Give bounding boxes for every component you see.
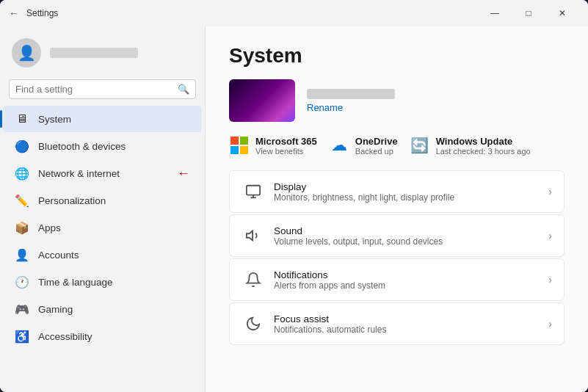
svg-rect-0 [231,137,239,145]
sidebar-label-bluetooth: Bluetooth & devices [38,141,126,152]
profile-info: Rename [307,89,395,113]
minimize-button[interactable]: — [478,2,512,24]
microsoft365-text: Microsoft 365 View benefits [255,136,317,156]
quick-item-onedrive[interactable]: ☁ OneDrive Backed up [329,135,398,156]
windowsupdate-text: Windows Update Last checked: 3 hours ago [436,136,531,156]
onedrive-title: OneDrive [355,136,398,147]
svg-marker-7 [247,231,253,241]
sound-text: Sound Volume levels, output, input, soun… [274,225,548,247]
focusassist-icon [242,312,265,335]
notifications-subtitle: Alerts from apps and system [274,280,548,291]
sound-subtitle: Volume levels, output, input, sound devi… [274,236,548,247]
profile-image [229,79,295,122]
close-button[interactable]: ✕ [545,2,579,24]
profile-section: Rename [229,79,565,122]
windowsupdate-title: Windows Update [436,136,531,147]
sidebar-item-time[interactable]: 🕐 Time & language [3,269,202,295]
display-icon [242,180,265,203]
settings-item-focusassist[interactable]: Focus assist Notifications, automatic ru… [229,302,565,345]
sound-icon [242,224,265,247]
content-area: 👤 🔍 🖥 System 🔵 Bluetooth & devices [0,26,588,392]
sidebar-item-bluetooth[interactable]: 🔵 Bluetooth & devices [3,133,202,159]
sound-chevron: › [548,230,552,242]
sidebar-label-apps: Apps [38,222,61,233]
focusassist-text: Focus assist Notifications, automatic ru… [274,313,548,335]
onedrive-icon: ☁ [329,135,349,156]
sidebar-label-time: Time & language [38,277,113,288]
microsoft365-subtitle: View benefits [255,147,317,156]
time-icon: 🕐 [15,275,29,289]
windowsupdate-icon: 🔄 [410,135,430,156]
sidebar-label-accessibility: Accessibility [38,331,92,342]
display-chevron: › [548,186,552,197]
back-button[interactable]: ← [9,7,19,19]
notifications-title: Notifications [274,269,548,280]
settings-item-sound[interactable]: Sound Volume levels, output, input, soun… [229,214,565,257]
nav-list: 🖥 System 🔵 Bluetooth & devices 🌐 Network… [0,105,205,350]
accounts-icon: 👤 [15,247,29,262]
settings-item-notifications[interactable]: Notifications Alerts from apps and syste… [229,258,565,301]
sidebar: 👤 🔍 🖥 System 🔵 Bluetooth & devices [0,26,206,392]
windowsupdate-subtitle: Last checked: 3 hours ago [436,147,531,156]
window-controls: — □ ✕ [478,2,579,24]
maximize-button[interactable]: □ [512,2,545,24]
personalization-icon: ✏️ [15,193,29,208]
search-input[interactable] [15,84,173,95]
sidebar-label-network: Network & internet [38,168,120,179]
settings-item-display[interactable]: Display Monitors, brightness, night ligh… [229,170,565,213]
main-content: System Rename [206,26,588,392]
onedrive-text: OneDrive Backed up [355,136,398,156]
notifications-chevron: › [548,274,552,286]
title-bar: ← Settings — □ ✕ [0,0,588,26]
settings-window: ← Settings — □ ✕ 👤 🔍 🖥 Syst [0,0,588,392]
search-box[interactable]: 🔍 [9,79,196,99]
profile-name-bar [307,89,395,99]
display-title: Display [274,181,548,192]
notifications-text: Notifications Alerts from apps and syste… [274,269,548,291]
settings-list: Display Monitors, brightness, night ligh… [229,170,565,345]
focusassist-subtitle: Notifications, automatic rules [274,324,548,335]
notifications-icon [242,268,265,291]
sidebar-item-gaming[interactable]: 🎮 Gaming [3,296,202,322]
sidebar-item-network[interactable]: 🌐 Network & internet ← [3,160,202,186]
apps-icon: 📦 [15,220,29,235]
sidebar-label-gaming: Gaming [38,304,73,315]
sidebar-label-personalization: Personalization [38,195,106,206]
quick-access-bar: Microsoft 365 View benefits ☁ OneDrive B… [229,135,565,156]
system-icon: 🖥 [15,112,29,126]
sidebar-item-apps[interactable]: 📦 Apps [3,214,202,241]
network-icon: 🌐 [15,166,29,181]
sidebar-item-system[interactable]: 🖥 System [3,106,202,132]
quick-item-windowsupdate[interactable]: 🔄 Windows Update Last checked: 3 hours a… [410,135,531,156]
window-title: Settings [26,8,478,18]
sound-title: Sound [274,225,548,236]
svg-rect-4 [247,186,260,195]
bluetooth-icon: 🔵 [15,139,29,153]
search-icon: 🔍 [178,84,189,95]
user-area: 👤 [0,26,205,76]
sidebar-item-accounts[interactable]: 👤 Accounts [3,242,202,268]
display-subtitle: Monitors, brightness, night light, displ… [274,192,548,203]
sidebar-label-system: System [38,114,71,125]
focusassist-chevron: › [548,318,552,330]
microsoft365-icon [229,135,250,156]
arrow-icon: ← [177,166,190,181]
page-title: System [229,44,565,68]
onedrive-subtitle: Backed up [355,147,398,156]
focusassist-title: Focus assist [274,313,548,324]
display-text: Display Monitors, brightness, night ligh… [274,181,548,203]
accessibility-icon: ♿ [15,329,29,344]
svg-rect-1 [240,137,248,145]
svg-rect-2 [231,146,239,154]
quick-item-microsoft365[interactable]: Microsoft 365 View benefits [229,135,317,156]
sidebar-item-personalization[interactable]: ✏️ Personalization [3,187,202,214]
rename-link[interactable]: Rename [307,102,395,113]
sidebar-label-accounts: Accounts [38,250,79,261]
microsoft365-title: Microsoft 365 [255,136,317,147]
avatar: 👤 [12,38,41,68]
user-name-placeholder [50,48,138,58]
gaming-icon: 🎮 [15,302,29,316]
svg-rect-3 [240,146,248,154]
sidebar-item-accessibility[interactable]: ♿ Accessibility [3,323,202,349]
